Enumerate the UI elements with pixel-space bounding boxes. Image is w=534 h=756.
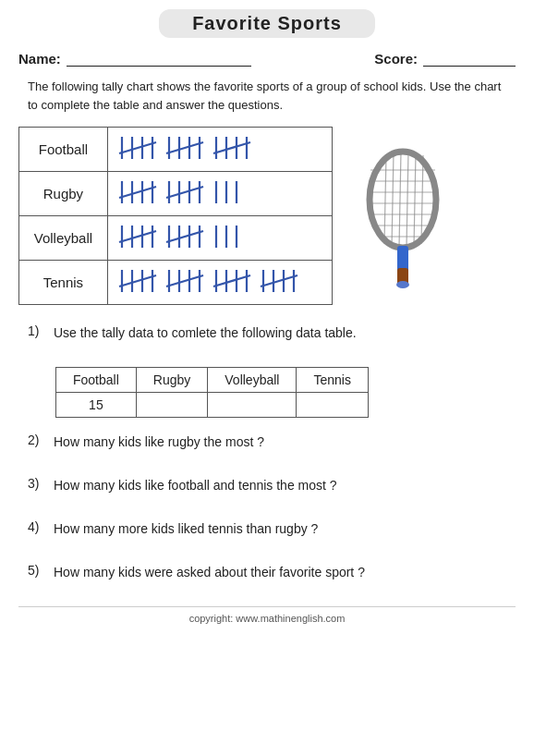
tally-cell-rugby [107,172,332,216]
score-field: Score: [374,51,516,67]
question-row: 2)How many kids like rugby the most ? [18,433,516,452]
svg-line-66 [414,152,416,247]
svg-line-19 [119,187,156,198]
q-num: 2) [28,433,54,447]
page-title-wrap: Favorite Sports [18,9,516,38]
table-row: Football [19,128,333,172]
data-table-header-row: Football Rugby Volleyball Tennis [56,368,369,393]
data-table-header-tennis: Tennis [297,368,368,393]
sport-label-tennis: Tennis [19,261,108,305]
q-text: How many more kids liked tennis than rug… [54,519,318,539]
data-table-value-tennis [297,393,368,418]
tally-cell-football [107,128,332,172]
table-row: Rugby [19,172,333,216]
name-field: Name: [18,51,251,67]
data-table-value-football: 15 [56,393,137,418]
svg-point-77 [396,281,409,288]
svg-line-45 [119,275,156,287]
question-row: 5)How many kids were asked about their f… [18,563,516,582]
svg-line-9 [166,142,203,153]
svg-line-60 [261,275,297,287]
sport-label-volleyball: Volleyball [19,216,108,261]
svg-line-55 [213,275,250,287]
q1-num: 1) [28,323,54,338]
data-table-header-rugby: Rugby [136,368,207,393]
svg-line-50 [166,275,203,287]
data-table-value-rugby [136,393,207,418]
question-section-1: 1) Use the tally data to comlete the fol… [18,323,516,418]
questions-container: 2)How many kids like rugby the most ?3)H… [18,433,516,582]
q-text: How many kids like football and tennis t… [54,476,337,495]
tally-svg-rugby [117,177,302,207]
q-text: How many kids were asked about their fav… [54,563,365,582]
data-table-header-volleyball: Volleyball [208,368,297,393]
sport-label-football: Football [19,128,108,172]
question-row: 3)How many kids like football and tennis… [18,476,516,495]
page-title: Favorite Sports [159,9,375,38]
question-row: 4)How many more kids liked tennis than r… [18,519,516,539]
svg-line-62 [384,155,386,244]
copyright: copyright: www.mathinenglish.com [18,606,516,624]
q-num: 4) [28,519,54,534]
svg-line-32 [119,231,156,242]
name-line [67,54,251,67]
data-table-value-volleyball [208,393,297,418]
score-label: Score: [374,51,418,67]
tally-section: Football [18,127,516,305]
score-line [423,54,516,67]
name-label: Name: [18,51,61,67]
q-text: How many kids like rugby the most ? [54,433,264,452]
q1-text: Use the tally data to comlete the follow… [54,323,357,343]
data-table-header-football: Football [56,368,137,393]
table-row: Volleyball [19,216,333,261]
sport-label-rugby: Rugby [19,172,108,216]
tally-svg-volleyball [117,222,302,251]
q-num: 5) [28,563,54,578]
svg-line-67 [421,155,423,244]
racket-svg [358,142,446,290]
racket-image [351,142,453,290]
description: The following tally chart shows the favo… [18,78,516,114]
name-score-row: Name: Score: [18,51,516,67]
question-1-row: 1) Use the tally data to comlete the fol… [18,323,516,343]
tally-cell-tennis [107,261,332,305]
svg-point-61 [370,152,436,248]
svg-line-24 [166,187,203,198]
svg-line-14 [213,142,250,153]
data-table: Football Rugby Volleyball Tennis 15 [55,367,369,418]
svg-line-65 [407,152,408,248]
svg-line-37 [166,231,203,242]
table-row: Tennis [19,261,333,305]
tally-svg-football [117,133,302,163]
svg-line-4 [119,142,156,153]
q-num: 3) [28,476,54,491]
data-table-value-row: 15 [56,393,369,418]
svg-line-63 [392,152,394,247]
tally-table: Football [18,127,333,305]
tally-svg-tennis [117,266,321,296]
tally-cell-volleyball [107,216,332,261]
svg-line-64 [399,152,401,248]
